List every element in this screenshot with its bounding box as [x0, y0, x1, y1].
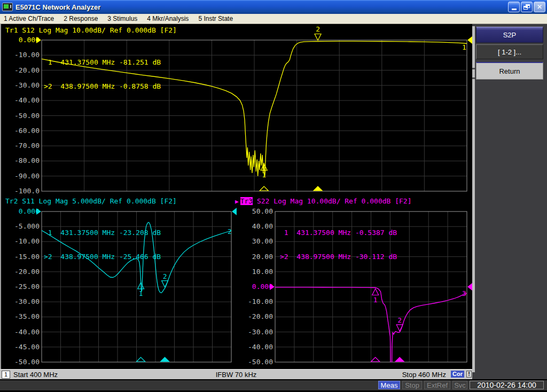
menu-instr-state[interactable]: 5 Instr State [194, 14, 239, 23]
restore-button[interactable] [521, 2, 533, 12]
status-datetime: 2010-02-26 14:00 [470, 381, 544, 389]
y-axis-label: -50.00 [2, 112, 40, 120]
menu-active-ch-trace[interactable]: 1 Active Ch/Trace [0, 14, 60, 23]
trace2-label[interactable]: Tr2 [5, 197, 18, 205]
trace3-label[interactable]: Tr3 [240, 197, 253, 205]
active-trace-arrow-icon: ▶ [235, 198, 239, 205]
window-controls: ✕ [507, 2, 545, 12]
y-axis-label: 50.00 [236, 207, 273, 216]
y-axis-label: -100.0 [2, 187, 40, 195]
warning-badge: ! [466, 371, 472, 378]
y-axis-label: -45.00 [2, 343, 40, 351]
menubar: 1 Active Ch/Trace 2 Response 3 Stimulus … [0, 14, 547, 24]
marker-readout-trace1: 1 431.37500 MHz -81.251 dB >2 438.97500 … [44, 42, 161, 106]
y-axis-label: 10.00 [236, 268, 273, 276]
y-axis-label: -50.00 [2, 358, 40, 366]
minimize-icon [512, 9, 517, 10]
trace2-header-text: S11 Log Mag 5.000dB/ Ref 0.000dB [F2] [18, 197, 176, 205]
trace1-label[interactable]: Tr1 [5, 26, 18, 34]
close-icon: ✕ [537, 3, 542, 11]
menu-stimulus[interactable]: 3 Stimulus [104, 14, 143, 23]
marker-readout-line: >2 438.97500 MHz -25.466 dB [44, 253, 161, 261]
softkey-return[interactable]: Return [476, 62, 543, 80]
y-axis-label: -40.00 [2, 96, 40, 105]
status-meas: Meas [378, 381, 400, 389]
softkey-scrollbar[interactable] [472, 26, 475, 372]
y-axis-label: 30.00 [236, 237, 273, 246]
softkey-ports-1-2[interactable]: [ 1-2 ]... [476, 44, 543, 59]
y-axis-label: -30.00 [2, 297, 40, 306]
channel-status-bar: 1 Start 400 MHz IFBW 70 kHz Stop 460 MHz… [0, 369, 472, 379]
y-axis-label: 0.000 [2, 207, 40, 216]
y-axis-label: -40.00 [2, 328, 40, 336]
trace2-header: Tr2 S11 Log Mag 5.000dB/ Ref 0.000dB [F2… [5, 197, 177, 205]
marker-readout-line: >2 438.97500 MHz -30.112 dB [280, 253, 397, 261]
marker-readout-line: >2 438.97500 MHz -0.8758 dB [44, 82, 161, 90]
stop-frequency: Stop 460 MHz [402, 371, 446, 379]
y-axis-label: -5.000 [2, 222, 40, 231]
correction-badge: Cor [451, 371, 464, 378]
trace3-header-text: S22 Log Mag 10.00dB/ Ref 0.000dB [F2] [253, 197, 411, 205]
window-title: E5071C Network Analyzer [15, 3, 100, 11]
y-axis-label: -10.00 [2, 237, 40, 246]
y-axis-label: 20.00 [236, 253, 273, 261]
marker-readout-trace3: 1 431.37500 MHz -0.5387 dB >2 438.97500 … [280, 213, 397, 277]
y-axis-label: -30.00 [2, 81, 40, 90]
status-extref: ExtRef [424, 381, 450, 389]
y-axis-label: -50.00 [236, 358, 273, 366]
y-axis-label: -90.00 [2, 172, 40, 181]
instrument-screen: E5071C Network Analyzer ✕ 1 Active Ch/Tr… [0, 0, 547, 392]
y-axis-label: -10.00 [236, 297, 273, 306]
instrument-status-bar: Meas Stop ExtRef Svc 2010-02-26 14:00 [0, 380, 547, 390]
minimize-button[interactable] [508, 2, 520, 12]
trace1-header-text: S12 Log Mag 10.00dB/ Ref 0.000dB [F2] [18, 26, 176, 34]
marker-readout-trace2: 1 431.37500 MHz -23.208 dB >2 438.97500 … [44, 213, 161, 277]
restore-icon [523, 4, 530, 10]
y-axis-label: 0.000 [236, 283, 273, 291]
titlebar: E5071C Network Analyzer ✕ [0, 0, 547, 14]
ifbw-readout: IFBW 70 kHz [0, 371, 472, 379]
y-axis-label: -30.00 [236, 328, 273, 336]
softkey-s2p[interactable]: S2P [476, 27, 543, 43]
status-svc: Svc [452, 381, 467, 389]
trace3-header: ▶Tr3 S22 Log Mag 10.00dB/ Ref 0.000dB [F… [235, 197, 412, 205]
y-axis-label: -60.00 [2, 127, 40, 135]
status-stop: Stop [402, 381, 422, 389]
marker-readout-line: 1 431.37500 MHz -23.208 dB [44, 229, 161, 237]
y-axis-label: -20.00 [2, 66, 40, 75]
y-axis-label: -80.00 [2, 156, 40, 165]
marker-readout-line: 1 431.37500 MHz -81.251 dB [44, 58, 161, 66]
y-axis-label: -20.00 [2, 268, 40, 276]
marker-readout-line: 1 431.37500 MHz -0.5387 dB [280, 229, 397, 237]
y-axis-label: -15.00 [2, 253, 40, 261]
menu-mkr-analysis[interactable]: 4 Mkr/Analysis [143, 14, 194, 23]
y-axis-label: 0.000 [2, 36, 40, 44]
y-axis-label: -20.00 [236, 312, 273, 321]
softkey-sidebar: S2P [ 1-2 ]... Return [472, 24, 547, 379]
y-axis-label: -10.00 [2, 51, 40, 59]
network-analyzer-app-icon [2, 3, 13, 11]
y-axis-label: -25.00 [2, 283, 40, 291]
menu-response[interactable]: 2 Response [60, 14, 104, 23]
y-axis-label: -35.00 [2, 312, 40, 321]
y-axis-label: 40.00 [236, 222, 273, 231]
trace1-header: Tr1 S12 Log Mag 10.00dB/ Ref 0.000dB [F2… [5, 26, 177, 34]
y-axis-label: -70.00 [2, 142, 40, 150]
close-button[interactable]: ✕ [534, 2, 545, 12]
y-axis-label: -40.00 [236, 343, 273, 351]
